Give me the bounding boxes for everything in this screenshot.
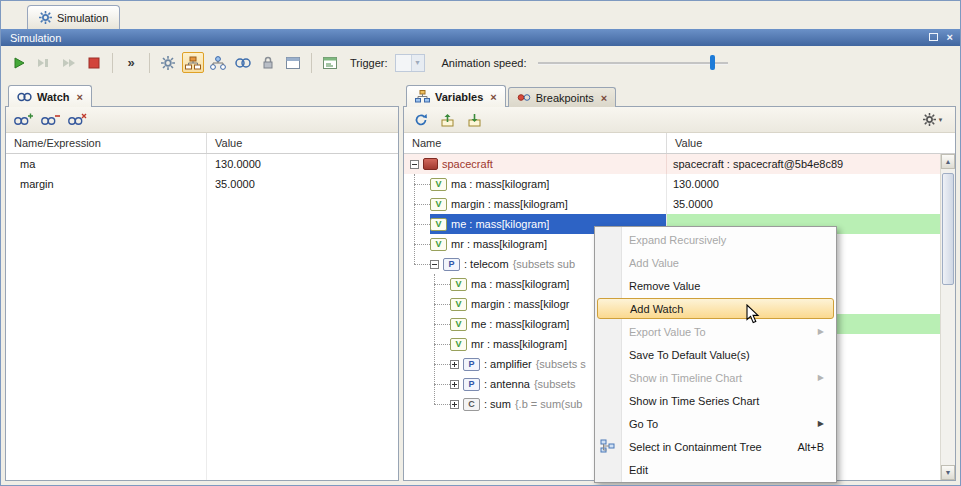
watch-name[interactable]: margin [6,178,206,190]
column-header[interactable]: Value [206,133,398,153]
watch-name[interactable]: ma [6,158,206,170]
menu-item-remove-value[interactable]: Remove Value [595,274,836,297]
collapse-toggle-icon[interactable] [410,160,419,169]
column-header[interactable]: Value [666,133,955,153]
options-gear-button[interactable]: ▼ [918,111,948,129]
run-button[interactable] [8,52,30,73]
variables-icon [415,90,430,103]
animation-speed-slider[interactable] [538,54,728,72]
scrollbar-thumb[interactable] [942,173,954,285]
cell-value[interactable]: 35.0000 [673,198,713,210]
tree-node-label[interactable]: ma : mass[kilogram] [471,278,569,290]
watch-tabs-row: Watch × [5,83,399,107]
toggle-tree-view-button[interactable] [182,52,204,73]
tree-row[interactable]: V margin : mass[kilogram] 35.0000 [404,194,955,214]
block-instance-icon [423,158,438,170]
watch-value[interactable]: 35.0000 [206,174,398,194]
slider-track [538,62,728,65]
cell-value[interactable]: 130.0000 [673,178,719,190]
tree-node-label[interactable]: me : mass[kilogram] [451,218,549,230]
mouse-cursor-icon [746,304,760,326]
tree-node-label[interactable]: spacecraft [442,158,493,170]
expand-toggle-icon[interactable] [450,380,459,389]
vertical-scrollbar[interactable]: ▲ ▼ [940,154,955,480]
tree-node-label[interactable]: margin : mass[kilogr [471,298,569,310]
document-tab-strip: Simulation [1,1,960,29]
watch-toolbar [6,107,398,133]
expand-toggle-icon[interactable] [450,400,459,409]
watch-value[interactable]: 130.0000 [206,154,398,174]
animation-window-button[interactable] [282,52,304,73]
tree-node-label[interactable]: : amplifier [484,358,532,370]
console-output-button[interactable] [319,52,341,73]
column-divider [206,194,207,480]
column-header[interactable]: Name [404,133,666,153]
tree-node-tag: {.b = sum(sub [515,398,583,410]
tree-node-label[interactable]: mr : mass[kilogram] [471,338,567,350]
tree-node-label[interactable]: mr : mass[kilogram] [451,238,547,250]
table-row[interactable]: ma 130.0000 [6,154,398,174]
menu-item-edit[interactable]: Edit [595,458,836,481]
cell-value[interactable]: spacecraft : spacecraft@5b4e8c89 [673,158,843,170]
export-values-button[interactable] [438,111,458,129]
table-row[interactable]: margin 35.0000 [6,174,398,194]
menu-item-save-to-default-values[interactable]: Save To Default Value(s) [595,343,836,366]
scrollbar-track[interactable] [941,169,955,465]
menu-item-add-watch[interactable]: Add Watch [597,298,834,319]
tree-node-label[interactable]: me : mass[kilogram] [471,318,569,330]
overflow-chevron-icon[interactable]: » [120,52,142,73]
tab-watch[interactable]: Watch × [8,85,92,107]
tree-node-label[interactable]: : antenna [484,378,530,390]
tab-label: Breakpoints [536,92,594,104]
close-icon[interactable]: × [947,32,953,42]
expand-toggle-icon[interactable] [450,360,459,369]
remove-watch-button[interactable] [40,111,60,129]
tree-guide-line [414,174,415,264]
simulation-gear-icon [39,11,52,24]
pause-button[interactable] [33,52,55,73]
close-tab-icon[interactable]: × [77,91,83,103]
collapse-toggle-icon[interactable] [430,260,439,269]
menu-item-show-in-time-series-chart[interactable]: Show in Time Series Chart [595,389,836,412]
tab-breakpoints[interactable]: Breakpoints × [508,87,617,107]
tab-variables[interactable]: Variables × [406,85,506,107]
stop-button[interactable] [83,52,105,73]
value-property-icon: V [430,238,447,251]
toolbar-separator [112,53,113,73]
submenu-arrow-icon: ▶ [818,327,824,336]
menu-item-go-to[interactable]: Go To ▶ [595,412,836,435]
part-property-icon: P [443,258,460,271]
add-watch-button[interactable] [13,111,33,129]
menu-item-select-in-containment-tree[interactable]: Select in Containment Tree Alt+B [595,435,836,458]
toggle-watch-view-button[interactable] [232,52,254,73]
save-values-button[interactable] [465,111,485,129]
trigger-dropdown[interactable]: ▼ [395,54,425,72]
title-bar[interactable]: Simulation × [1,29,960,46]
refresh-button[interactable] [411,111,431,129]
settings-gear-button[interactable] [157,52,179,73]
value-property-icon: V [450,318,467,331]
close-tab-icon[interactable]: × [490,91,496,103]
tree-node-label[interactable]: : sum [484,398,511,410]
simulation-toolbar: » Trigger: ▼ Animation speed: [1,46,960,79]
submenu-arrow-icon: ▶ [818,373,824,382]
step-button[interactable] [58,52,80,73]
float-window-icon[interactable] [929,33,938,41]
tree-row[interactable]: V ma : mass[kilogram] 130.0000 [404,174,955,194]
close-tab-icon[interactable]: × [601,92,607,104]
value-property-icon: V [430,198,447,211]
remove-all-watches-button[interactable] [67,111,87,129]
tree-row-spacecraft[interactable]: spacecraft spacecraft : spacecraft@5b4e8… [404,154,955,174]
slider-handle[interactable] [710,55,715,70]
scroll-down-icon[interactable]: ▼ [941,465,955,480]
tree-node-label[interactable]: ma : mass[kilogram] [451,178,549,190]
breakpoints-icon [517,92,531,103]
tab-simulation[interactable]: Simulation [27,5,120,29]
tree-node-label[interactable]: margin : mass[kilogram] [451,198,568,210]
tree-node-label[interactable]: : telecom [464,258,509,270]
toggle-graph-view-button[interactable] [207,52,229,73]
window-title: Simulation [10,32,61,44]
lock-button[interactable] [257,52,279,73]
scroll-up-icon[interactable]: ▲ [941,154,955,169]
column-header[interactable]: Name/Expression [6,133,206,153]
